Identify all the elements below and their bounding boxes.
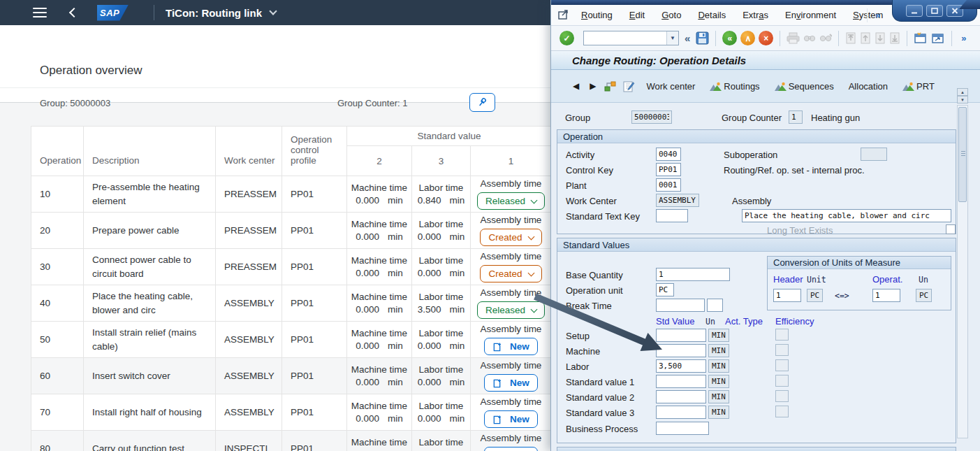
conversion-operat-value-field[interactable] <box>872 289 900 302</box>
enter-icon[interactable]: ✓ <box>560 31 574 45</box>
apptoolbar-button-sequences[interactable]: Sequences <box>770 79 838 94</box>
command-dropdown-icon[interactable]: ▼ <box>666 31 678 45</box>
standard-text-key-field[interactable] <box>656 209 688 222</box>
efficiency-box[interactable] <box>775 344 789 356</box>
efficiency-box[interactable] <box>775 406 789 417</box>
new-session-icon[interactable] <box>914 32 928 44</box>
long-text-checkbox[interactable] <box>946 224 956 234</box>
vertical-scrollbar[interactable] <box>957 105 968 438</box>
group-field[interactable] <box>631 110 672 124</box>
status-new-button[interactable]: New <box>484 374 538 392</box>
col-header-sv2[interactable]: 2 <box>347 146 412 176</box>
app-title[interactable]: TiCon: Routing link <box>166 7 262 19</box>
hamburger-menu-icon[interactable] <box>33 8 47 17</box>
status-new-button[interactable]: New <box>484 447 538 451</box>
col-header-description[interactable]: Description <box>84 127 216 176</box>
close-button[interactable] <box>946 5 963 17</box>
group-counter-field[interactable] <box>789 110 803 124</box>
status-new-button[interactable]: New <box>484 338 538 355</box>
plant-field[interactable] <box>656 178 681 192</box>
table-row[interactable]: 70Install right half of housingASSEMBLYP… <box>31 394 552 431</box>
back-icon[interactable]: « <box>722 31 737 45</box>
col-header-operation[interactable]: Operation <box>31 127 84 176</box>
last-page-icon[interactable] <box>889 32 900 44</box>
maximize-button[interactable] <box>926 5 943 17</box>
pin-header-button[interactable] <box>469 93 495 112</box>
status-new-button[interactable]: New <box>484 410 538 428</box>
table-row[interactable]: 30Connect power cable to circuit boardPR… <box>31 249 552 285</box>
menu-item-details[interactable]: Details <box>689 10 734 20</box>
col-header-sv3[interactable]: 3 <box>412 146 471 176</box>
exit-up-icon[interactable]: ∧ <box>740 31 755 45</box>
next-page-icon[interactable] <box>875 32 886 44</box>
menu-item-routing[interactable]: Routing <box>573 10 621 20</box>
table-row[interactable]: 60Insert switch coverASSEMBLYPP01Machine… <box>31 358 552 394</box>
apptoolbar-button-routings[interactable]: Routings <box>705 79 763 94</box>
find-icon[interactable] <box>803 33 816 44</box>
efficiency-box[interactable] <box>775 390 789 402</box>
apptoolbar-button-work-center[interactable]: Work center <box>642 79 699 94</box>
app-title-caret-icon[interactable] <box>269 7 277 15</box>
break-time-unit-field[interactable] <box>707 299 723 312</box>
std-value-field-standard-value-2[interactable] <box>656 390 706 403</box>
apptoolbar-button-prt[interactable]: PRT <box>898 79 939 94</box>
col-header-control-profile[interactable]: Operation control profile <box>282 127 347 176</box>
next-operation-icon[interactable]: ▶ <box>587 81 598 91</box>
std-value-field-standard-value-3[interactable] <box>656 406 706 419</box>
spin-down-icon[interactable]: ▼ <box>957 96 968 103</box>
operation-description-field[interactable] <box>742 209 951 222</box>
menu-item-edit[interactable]: Edit <box>621 10 653 20</box>
toolbar-overflow-icon[interactable]: » <box>961 33 966 43</box>
command-field[interactable] <box>584 32 666 44</box>
suboperation-field[interactable] <box>861 148 887 161</box>
system-menu-icon[interactable] <box>558 10 570 20</box>
std-value-field-setup[interactable] <box>656 329 706 342</box>
create-shortcut-icon[interactable] <box>931 32 945 44</box>
status-created-button[interactable]: Created <box>480 229 541 246</box>
business-process-field[interactable] <box>656 422 709 435</box>
col-header-work-center[interactable]: Work center <box>216 127 282 176</box>
menu-item-goto[interactable]: Goto <box>653 10 689 20</box>
std-value-field-machine[interactable] <box>656 344 706 357</box>
break-time-field[interactable] <box>656 299 705 312</box>
col-header-sv1[interactable]: 1 <box>471 146 552 176</box>
collapse-toolbar-icon[interactable]: « <box>685 32 690 44</box>
table-row[interactable]: 20Prepare power cablePREASSEMPP01Machine… <box>31 213 552 249</box>
cancel-icon[interactable]: × <box>759 31 773 45</box>
table-row[interactable]: 80Carry out function testINSPECTIPP01Mac… <box>31 431 552 451</box>
std-value-field-labor[interactable] <box>656 359 706 373</box>
menu-item-environment[interactable]: Environment <box>777 10 844 20</box>
first-page-icon[interactable] <box>845 32 856 44</box>
back-chevron-icon[interactable] <box>69 8 79 17</box>
status-released-button[interactable]: Released <box>477 301 545 319</box>
table-row[interactable]: 10Pre-assemble the heating elementPREASS… <box>31 176 552 213</box>
activity-field[interactable] <box>656 148 681 161</box>
work-center-field[interactable] <box>656 194 699 207</box>
save-icon[interactable] <box>696 31 709 45</box>
std-value-field-standard-value-1[interactable] <box>656 375 706 388</box>
table-row[interactable]: 50Install strain relief (mains cable)ASS… <box>31 322 552 358</box>
conversion-header-value-field[interactable] <box>773 289 801 302</box>
base-quantity-field[interactable] <box>656 268 730 281</box>
table-row[interactable]: 40Place the heating cable, blower and ci… <box>31 285 552 322</box>
previous-operation-icon[interactable]: ◀ <box>571 81 581 91</box>
levels-icon[interactable] <box>604 80 617 92</box>
control-key-field[interactable] <box>656 163 681 176</box>
menu-item-system[interactable]: System <box>844 10 891 20</box>
scrollbar-thumb[interactable] <box>958 107 967 202</box>
spin-up-icon[interactable]: ▲ <box>957 88 968 96</box>
menu-item-extras[interactable]: Extras <box>734 10 777 20</box>
status-created-button[interactable]: Created <box>480 265 541 282</box>
efficiency-box[interactable] <box>775 375 789 387</box>
operation-unit-field[interactable] <box>656 283 674 296</box>
apptoolbar-button-allocation[interactable]: Allocation <box>844 79 892 94</box>
status-released-button[interactable]: Released <box>477 192 545 210</box>
minimize-button[interactable] <box>906 5 923 17</box>
menu-overflow-icon[interactable]: » <box>875 10 880 20</box>
find-next-icon[interactable] <box>819 33 832 44</box>
edit-long-text-icon[interactable] <box>623 80 636 92</box>
efficiency-box[interactable] <box>775 359 789 371</box>
efficiency-box[interactable] <box>775 329 789 341</box>
previous-page-icon[interactable] <box>860 32 871 44</box>
print-icon[interactable] <box>787 32 800 44</box>
